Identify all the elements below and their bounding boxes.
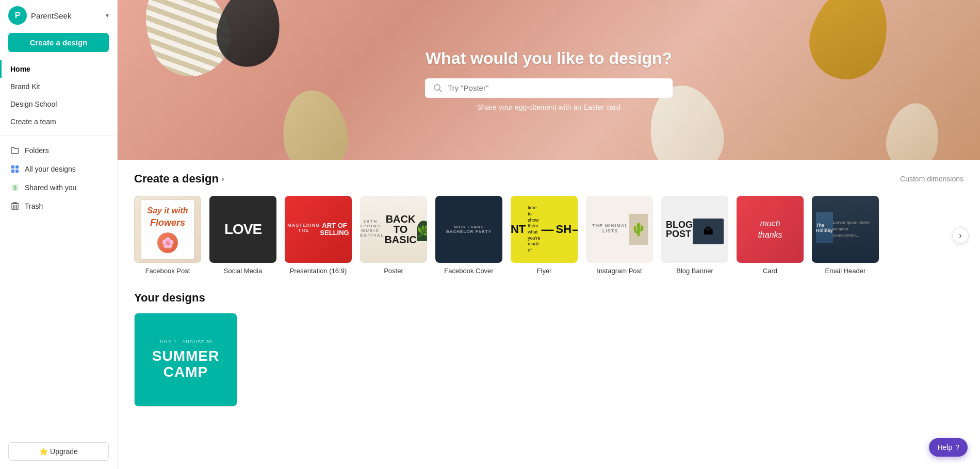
upgrade-button[interactable]: ⭐ Upgrade (8, 442, 109, 461)
design-type-facebook-cover[interactable]: NICK EVANS BACHELOR PARTY Facebook Cover (435, 196, 502, 275)
fb-post-thumb: Say it with Flowers 🌸 (134, 196, 201, 263)
design-type-instagram-post[interactable]: THE MINIMAL LISTS 🌵 Instagram Post (586, 196, 653, 275)
instagram-thumb: THE MINIMAL LISTS 🌵 (586, 196, 653, 263)
all-designs-label: All your designs (25, 165, 76, 173)
poster-thumb: 30TH SPRINGMUSIC FESTIVAL BACKTOBASIC 🌿 (360, 196, 427, 263)
avatar: P (8, 6, 27, 25)
share-icon: S (10, 183, 20, 192)
social-media-label: Social Media (224, 267, 262, 275)
flyer-label: Flyer (537, 267, 552, 275)
design-type-facebook-post[interactable]: Say it with Flowers 🌸 Facebook Post (134, 196, 201, 275)
sidebar-divider (0, 136, 117, 136)
create-design-button[interactable]: Create a design (8, 33, 109, 52)
brand-kit-label: Brand Kit (10, 82, 40, 91)
blog-thumb: BLOGPOST 🏔 (661, 196, 728, 263)
poster-label: Poster (384, 267, 403, 275)
social-thumb: LOVE (209, 196, 276, 263)
fb-cover-thumb: NICK EVANS BACHELOR PARTY (435, 196, 502, 263)
your-designs-section: Your designs JULY 1 - AUGUST 30 SUMMER C… (134, 291, 963, 407)
help-button[interactable]: Help ? (929, 438, 968, 457)
home-label: Home (10, 65, 30, 73)
summer-camp-title: SUMMER CAMP (152, 348, 219, 380)
create-team-label: Create a team (10, 118, 56, 126)
svg-rect-1 (15, 165, 19, 169)
svg-rect-3 (15, 170, 19, 173)
blog-banner-label: Blog Banner (676, 267, 713, 275)
sidebar-item-brand-kit[interactable]: Brand Kit (0, 78, 117, 95)
presentation-thumb: MASTERING THE ART OFSELLING (285, 196, 352, 263)
svg-text:S: S (13, 185, 17, 191)
design-type-blog-banner[interactable]: BLOGPOST 🏔 Blog Banner (661, 196, 728, 275)
design-type-presentation[interactable]: MASTERING THE ART OFSELLING Presentation… (285, 196, 352, 275)
help-label: Help (937, 443, 952, 451)
card-label: Card (763, 267, 777, 275)
hero-content: What would you like to design? Share you… (425, 49, 673, 111)
summer-camp-date: JULY 1 - AUGUST 30 (159, 339, 213, 344)
design-type-card[interactable]: muchthanks Card (737, 196, 804, 275)
sidebar-item-create-team[interactable]: Create a team (0, 113, 117, 130)
svg-rect-0 (11, 165, 14, 169)
design-type-flyer[interactable]: TA LE NT time toshowthemwhatyou'remade o… (511, 196, 578, 275)
main-content: What would you like to design? Share you… (118, 0, 980, 469)
content-area: Create a design › Custom dimensions Say … (118, 160, 980, 419)
sidebar-item-design-school[interactable]: Design School (0, 95, 117, 113)
email-thumb: The Holiday Lorem ipsum dolor sit amet c… (812, 196, 879, 263)
email-header-label: Email Header (825, 267, 866, 275)
your-designs-grid: JULY 1 - AUGUST 30 SUMMER CAMP (134, 313, 963, 407)
card-thumb: muchthanks (737, 196, 804, 263)
your-designs-title: Your designs (134, 291, 963, 305)
create-title-text: Create a design (134, 172, 219, 186)
instagram-label: Instagram Post (597, 267, 642, 275)
decorative-egg-3 (277, 86, 352, 160)
create-section-title[interactable]: Create a design › (134, 172, 224, 186)
svg-line-12 (439, 89, 442, 92)
scroll-right-button[interactable]: › (952, 227, 969, 244)
workspace-header[interactable]: P ParentSeek ▾ (0, 0, 117, 31)
svg-rect-2 (11, 170, 14, 173)
design-school-label: Design School (10, 100, 57, 108)
fb-post-label: Facebook Post (145, 267, 190, 275)
design-type-poster[interactable]: 30TH SPRINGMUSIC FESTIVAL BACKTOBASIC 🌿 … (360, 196, 427, 275)
sidebar-nav: Home Brand Kit Design School Create a te… (0, 58, 117, 217)
hero-subtitle: Share your egg-citement with an Easter c… (425, 103, 673, 111)
custom-dimensions-link[interactable]: Custom dimensions (900, 175, 963, 183)
search-input[interactable] (448, 83, 664, 92)
design-types-list: Say it with Flowers 🌸 Facebook Post LOVE… (134, 196, 963, 275)
chevron-down-icon: ▾ (106, 12, 109, 19)
question-mark-icon: ? (955, 443, 959, 451)
decorative-egg-5 (799, 0, 900, 89)
presentation-label: Presentation (16:9) (290, 267, 347, 275)
sidebar-item-shared[interactable]: S Shared with you (0, 178, 117, 197)
sidebar-item-folders[interactable]: Folders (0, 141, 117, 160)
sidebar-item-trash[interactable]: Trash (0, 197, 117, 215)
summer-camp-thumb: JULY 1 - AUGUST 30 SUMMER CAMP (135, 313, 237, 406)
create-section-header: Create a design › Custom dimensions (134, 172, 963, 186)
sidebar-bottom: ⭐ Upgrade (0, 434, 117, 469)
trash-label: Trash (25, 202, 43, 210)
decorative-egg-6 (881, 99, 944, 160)
search-icon (433, 83, 443, 93)
design-types-container: Say it with Flowers 🌸 Facebook Post LOVE… (134, 196, 963, 275)
trash-icon (10, 202, 20, 211)
flyer-thumb: TA LE NT time toshowthemwhatyou'remade o… (511, 196, 578, 263)
workspace-name: ParentSeek (31, 11, 102, 20)
shared-label: Shared with you (25, 183, 76, 192)
fb-cover-label: Facebook Cover (444, 267, 493, 275)
folder-icon (10, 146, 20, 155)
grid-icon (10, 164, 20, 174)
design-type-email-header[interactable]: The Holiday Lorem ipsum dolor sit amet c… (812, 196, 879, 275)
sidebar-item-home[interactable]: Home (0, 60, 117, 78)
sidebar: P ParentSeek ▾ Create a design Home Bran… (0, 0, 118, 469)
sidebar-item-all-designs[interactable]: All your designs (0, 160, 117, 178)
folders-label: Folders (25, 146, 49, 155)
design-type-social-media[interactable]: LOVE Social Media (209, 196, 276, 275)
hero-title: What would you like to design? (425, 49, 673, 68)
hero-banner: What would you like to design? Share you… (118, 0, 980, 160)
hero-search-bar[interactable] (425, 78, 673, 98)
section-arrow-icon: › (222, 175, 224, 183)
design-card-summer-camp[interactable]: JULY 1 - AUGUST 30 SUMMER CAMP (134, 313, 237, 407)
